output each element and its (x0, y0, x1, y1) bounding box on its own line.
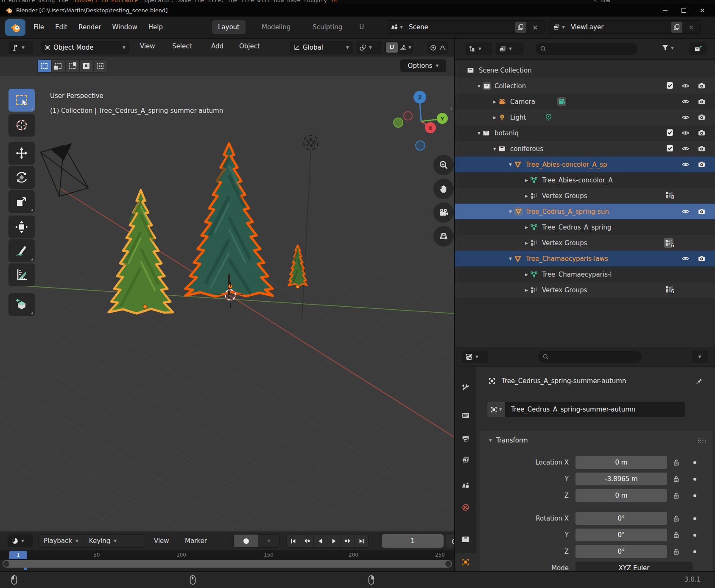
expander-icon[interactable]: ▶ (491, 115, 498, 120)
camera-data-icon[interactable] (557, 97, 566, 106)
render-camera-toggle[interactable] (698, 129, 706, 137)
options-button[interactable]: Options▼ (400, 59, 446, 72)
outliner-row-tree-chamaecyparis[interactable]: ▼ Tree_Chamaecyparis-laws (455, 251, 715, 266)
current-frame-marker[interactable]: 1 (9, 551, 27, 559)
tool-measure[interactable] (8, 263, 35, 286)
properties-search-input[interactable] (538, 351, 642, 363)
render-camera-toggle[interactable] (698, 113, 706, 121)
close-button[interactable] (693, 4, 712, 17)
expander-icon[interactable]: ▼ (475, 84, 483, 88)
timeline-scrollbar[interactable] (3, 560, 452, 568)
outliner-search-input[interactable] (536, 43, 637, 55)
keying-menu[interactable]: Keying▼ (84, 537, 122, 545)
select-mode-extend[interactable] (51, 59, 65, 73)
outliner-row-botaniq[interactable]: ▼ botaniq (455, 125, 715, 141)
expander-icon[interactable]: ▶ (523, 272, 530, 277)
menu-window[interactable]: Window (107, 21, 143, 34)
rotation-y-field[interactable]: 0° (575, 529, 667, 541)
expander-icon[interactable]: ▶ (523, 225, 530, 230)
lock-icon[interactable] (672, 475, 680, 483)
rotation-z-field[interactable]: 0° (575, 545, 667, 558)
outliner-row-tree-cedrus[interactable]: ▼ Tree_Cedrus_A_spring-sun (455, 204, 715, 219)
viewport-3d[interactable]: Z Y X ▼ Object Mode ▼ View Select Add Ob… (0, 39, 455, 532)
pan-button[interactable] (433, 179, 454, 199)
hide-eye-toggle[interactable] (681, 129, 690, 137)
lock-icon[interactable] (672, 531, 680, 539)
outliner-row-collection[interactable]: ▼ Collection (455, 78, 715, 94)
menu-file[interactable]: File (28, 21, 50, 34)
select-mode-new[interactable] (37, 59, 51, 73)
menu-add[interactable]: Add (208, 40, 227, 52)
menu-select[interactable]: Select (169, 40, 195, 52)
expander-icon[interactable]: ▼ (475, 131, 483, 135)
outliner-row-tree-abies[interactable]: ▼ Tree_Abies-concolor_A_sp (455, 157, 715, 172)
chevron-down-icon[interactable]: ▼ (408, 45, 411, 50)
animate-dot[interactable] (693, 478, 696, 481)
tab-object[interactable] (455, 553, 476, 571)
tab-world[interactable] (455, 498, 476, 517)
scene-unlink-icon[interactable] (532, 25, 538, 31)
animate-dot[interactable] (693, 461, 696, 464)
expander-icon[interactable]: ▶ (523, 178, 530, 182)
outliner-row-light[interactable]: ▶ Light (455, 109, 715, 125)
perspective-toggle-button[interactable] (433, 226, 454, 246)
tool-annotate[interactable] (8, 239, 35, 262)
tool-scale[interactable] (8, 190, 35, 213)
filter-dropdown[interactable]: ▼ (661, 44, 674, 52)
orientation-dropdown[interactable]: Global ▼ (290, 41, 353, 54)
location-z-field[interactable]: 0 m (575, 489, 667, 502)
tool-cursor[interactable] (8, 114, 35, 137)
falloff-icon[interactable] (439, 44, 446, 51)
tab-render[interactable] (455, 406, 476, 425)
gizmo-minus-x[interactable] (404, 112, 412, 120)
outliner-row-mesh-abies[interactable]: ▶ Tree_Abies-concolor_A (455, 172, 715, 188)
render-camera-toggle[interactable] (698, 145, 706, 153)
zoom-button[interactable] (433, 155, 454, 175)
expander-icon[interactable]: ▼ (507, 257, 514, 261)
outliner-row-camera[interactable]: ▶ Camera (455, 94, 715, 109)
hide-eye-toggle[interactable] (681, 160, 690, 168)
record-button[interactable] (234, 535, 258, 547)
outliner-row-scene-collection[interactable]: Scene Collection (455, 62, 715, 78)
workspace-tab-modeling[interactable]: Modeling (256, 20, 296, 34)
transform-panel-header[interactable]: ▼ Transform (489, 437, 528, 444)
tool-select-box[interactable] (8, 89, 35, 112)
blender-app-button[interactable] (5, 19, 25, 36)
new-collection-button[interactable] (689, 42, 707, 55)
animate-dot[interactable] (693, 534, 696, 537)
tab-scene[interactable] (455, 476, 476, 495)
proportional-edit-toggle[interactable] (430, 44, 437, 51)
mode-dropdown[interactable]: Object Mode ▼ (41, 41, 130, 54)
menu-view[interactable]: View (137, 40, 159, 52)
hide-eye-toggle[interactable] (681, 82, 690, 90)
outliner-row-mesh-chamaecyparis[interactable]: ▶ Tree_Chamaecyparis-l (455, 266, 715, 282)
tool-move[interactable] (8, 142, 35, 165)
rotation-x-field[interactable]: 0° (575, 512, 667, 525)
keying-set-dropdown[interactable]: ▼ (258, 539, 279, 543)
pin-icon[interactable] (695, 377, 703, 385)
exclude-checkbox[interactable] (666, 145, 673, 152)
timeline-view-menu[interactable]: View (151, 535, 173, 547)
workspace-tab-layout[interactable]: Layout (212, 20, 246, 34)
hide-eye-toggle[interactable] (681, 145, 690, 153)
prev-keyframe-button[interactable] (300, 535, 314, 547)
render-camera-toggle[interactable] (698, 98, 706, 106)
display-mode-dropdown[interactable]: ▼ (496, 42, 524, 55)
tab-view-layer[interactable] (455, 451, 476, 469)
render-camera-toggle[interactable] (698, 160, 706, 168)
panel-grip-icon[interactable] (697, 438, 707, 443)
outliner-type-dropdown[interactable]: ▼ (465, 42, 492, 55)
render-camera-toggle[interactable] (698, 255, 706, 263)
snap-target-icon[interactable] (399, 44, 407, 51)
camera-view-button[interactable] (433, 202, 454, 223)
select-mode-intersect[interactable] (93, 59, 107, 73)
lock-icon[interactable] (672, 515, 680, 522)
menu-help[interactable]: Help (143, 21, 168, 34)
maximize-button[interactable] (674, 4, 693, 17)
object-name-field[interactable]: Tree_Cedrus_A_spring-summer-autumn (505, 402, 685, 417)
light-data-icon[interactable] (545, 113, 553, 121)
lock-icon[interactable] (672, 459, 680, 466)
render-camera-toggle[interactable] (698, 207, 706, 216)
animate-dot[interactable] (693, 517, 696, 520)
expander-icon[interactable]: ▼ (507, 210, 514, 214)
